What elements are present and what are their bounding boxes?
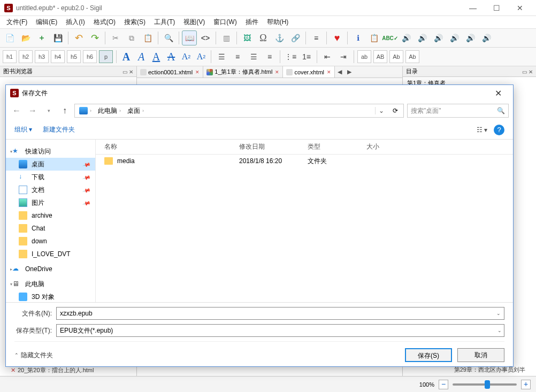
menu-file[interactable]: 文件(F) — [2, 16, 32, 28]
open-button[interactable]: 📂 — [18, 30, 33, 45]
tab-cover[interactable]: cover.xhtml ✕ — [283, 66, 335, 78]
zoom-in-button[interactable]: + — [521, 380, 531, 389]
sidebar-onedrive[interactable]: ▸ OneDrive — [6, 263, 95, 275]
sidebar-item-pictures[interactable]: 图片 📌 — [6, 196, 95, 209]
tab-close-icon[interactable]: ✕ — [195, 70, 200, 75]
close-button[interactable]: ✕ — [508, 0, 532, 16]
cancel-button[interactable]: 取消 — [457, 348, 504, 362]
menu-view[interactable]: 视图(V) — [179, 16, 209, 28]
search-input[interactable]: 搜索"桌面" 🔍 — [407, 104, 509, 118]
bold-button[interactable]: A — [119, 50, 133, 64]
clip1-button[interactable]: 🔊 — [399, 30, 414, 45]
italic-button[interactable]: A — [134, 50, 148, 64]
pane-close-icon[interactable]: ✕ — [529, 69, 533, 75]
strike-button[interactable]: A — [164, 50, 178, 64]
col-type[interactable]: 类型 — [303, 142, 362, 151]
align-right-button[interactable]: ☰ — [246, 49, 261, 64]
sidebar-item-ilovedvt[interactable]: I_LOVE_DVT — [6, 248, 95, 260]
tab-close-icon[interactable]: ✕ — [275, 70, 279, 75]
align-center-button[interactable]: ≡ — [230, 49, 245, 64]
organize-button[interactable]: 组织 ▾ — [14, 125, 32, 134]
list-item[interactable]: ✕20_第20章：擂台上的人.html — [11, 366, 134, 374]
search-icon[interactable]: 🔍 — [497, 107, 505, 114]
dialog-close-button[interactable]: ✕ — [487, 88, 509, 98]
sidebar-item-3d[interactable]: 3D 对象 — [6, 290, 95, 302]
sidebar-item-downloads[interactable]: 下载 📌 — [6, 171, 95, 183]
zoom-thumb[interactable] — [485, 380, 490, 389]
undo-button[interactable]: ↶ — [71, 30, 86, 45]
metadata-button[interactable]: ℹ — [350, 30, 365, 45]
p-button[interactable]: p — [99, 50, 113, 63]
outdent-button[interactable]: ⇤ — [320, 49, 335, 64]
col-modified[interactable]: 修改日期 — [235, 142, 303, 151]
breadcrumb-thispc[interactable]: 此电脑 › — [96, 106, 123, 116]
superscript-button[interactable]: A2 — [194, 50, 208, 64]
redo-button[interactable]: ↷ — [87, 30, 102, 45]
col-size[interactable]: 大小 — [362, 142, 410, 151]
refresh-button[interactable]: ⟳ — [389, 107, 401, 114]
menu-insert[interactable]: 插入(I) — [62, 16, 89, 28]
address-bar[interactable]: › 此电脑 › 桌面 › ⌄ ⟳ — [74, 104, 404, 118]
menu-plugins[interactable]: 插件 — [241, 16, 263, 28]
h4-button[interactable]: h4 — [51, 50, 65, 63]
toc-button[interactable]: ≡ — [309, 30, 324, 45]
pane-float-icon[interactable]: ▭ — [122, 69, 127, 75]
toc-item[interactable]: 第29章：西北区办事员刘半 — [454, 366, 525, 374]
codeview-button[interactable]: <> — [198, 30, 213, 45]
validate-button[interactable]: 📋 — [366, 30, 381, 45]
donate-button[interactable]: ♥ — [330, 30, 344, 45]
file-row[interactable]: media 2018/1/8 16:20 文件夹 — [96, 155, 513, 167]
maximize-button[interactable]: ☐ — [485, 0, 508, 16]
menu-edit[interactable]: 编辑(E) — [32, 16, 62, 28]
menu-tools[interactable]: 工具(T) — [150, 16, 179, 28]
nav-recent-button[interactable]: ▾ — [42, 104, 55, 117]
tab-section0001[interactable]: ection0001.xhtml ✕ — [137, 66, 203, 78]
minimize-button[interactable]: — — [461, 0, 485, 16]
underline-button[interactable]: A — [149, 50, 163, 64]
case-lower-button[interactable]: ab — [357, 50, 371, 63]
split-button[interactable]: ▥ — [219, 30, 234, 45]
spellcheck-button[interactable]: ABC✓ — [382, 30, 397, 45]
paste-button[interactable]: 📋 — [140, 30, 155, 45]
sidebar-item-down[interactable]: down — [6, 235, 95, 248]
h1-button[interactable]: h1 — [3, 50, 17, 63]
h6-button[interactable]: h6 — [83, 50, 97, 63]
tab-next-button[interactable]: ▶ — [344, 68, 354, 75]
special-char-button[interactable]: Ω — [256, 30, 271, 45]
menu-format[interactable]: 格式(O) — [89, 16, 120, 28]
subscript-button[interactable]: A2 — [179, 50, 193, 64]
clip4-button[interactable]: 🔊 — [447, 30, 462, 45]
clip6-button[interactable]: 🔊 — [479, 30, 494, 45]
zoom-slider[interactable] — [453, 383, 517, 386]
tab-chapter1[interactable]: 1_第1章：修真者.html ✕ — [203, 66, 283, 78]
indent-button[interactable]: ⇥ — [336, 49, 351, 64]
sidebar-item-documents[interactable]: 文档 📌 — [6, 183, 95, 196]
find-button[interactable]: 🔍 — [161, 30, 176, 45]
save-button[interactable]: 保存(S) — [405, 348, 452, 362]
nav-back-button[interactable]: ← — [10, 104, 23, 117]
pane-close-icon[interactable]: ✕ — [129, 69, 133, 75]
list-bullet-button[interactable]: ⋮≡ — [283, 49, 298, 64]
h5-button[interactable]: h5 — [67, 50, 81, 63]
tab-close-icon[interactable]: ✕ — [327, 70, 331, 75]
filename-input[interactable]: xzxzb.epub⌄ — [56, 307, 504, 320]
filetype-select[interactable]: EPUB文件(*.epub)⌄ — [56, 324, 504, 337]
sidebar-item-desktop[interactable]: 桌面 📌 — [6, 158, 95, 171]
breadcrumb-desktop[interactable]: 桌面 › — [125, 106, 146, 116]
copy-button[interactable]: ⧉ — [124, 30, 139, 45]
save-button[interactable]: 💾 — [50, 30, 65, 45]
col-name[interactable]: 名称 — [100, 142, 235, 151]
cut-button[interactable]: ✂ — [108, 30, 123, 45]
list-number-button[interactable]: 1≡ — [299, 49, 314, 64]
h2-button[interactable]: h2 — [19, 50, 33, 63]
menu-search[interactable]: 搜索(S) — [120, 16, 150, 28]
menu-window[interactable]: 窗口(W) — [209, 16, 241, 28]
align-left-button[interactable]: ☰ — [214, 49, 229, 64]
addr-dropdown-button[interactable]: ⌄ — [375, 107, 387, 114]
sidebar-thispc[interactable]: ▾ 此电脑 — [6, 278, 95, 290]
link-button[interactable]: 🔗 — [288, 30, 303, 45]
add-button[interactable]: ＋ — [34, 30, 49, 45]
case-title-button[interactable]: Ab — [389, 50, 403, 63]
h3-button[interactable]: h3 — [35, 50, 49, 63]
sidebar-item-chat[interactable]: Chat — [6, 222, 95, 235]
